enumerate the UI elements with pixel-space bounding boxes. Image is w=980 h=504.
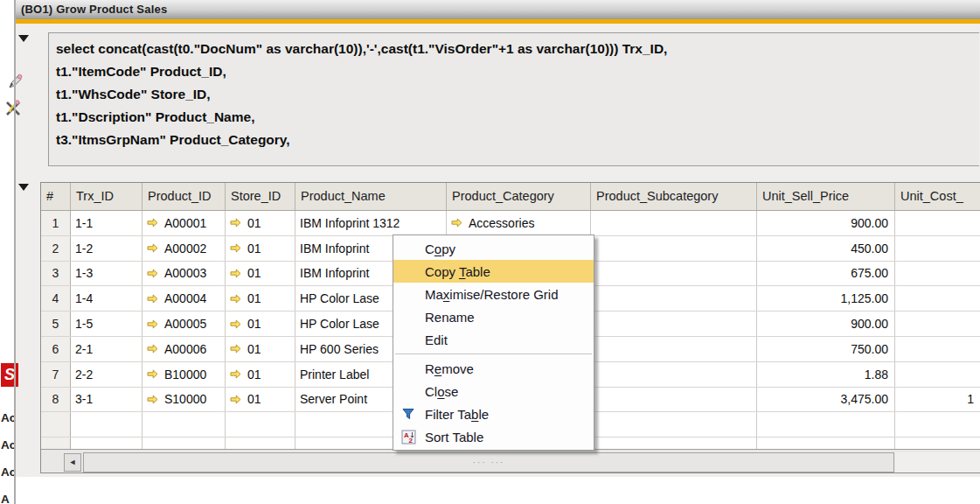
cell-unit_cost[interactable] [895, 412, 980, 437]
background-truncated-label[interactable]: A [1, 493, 14, 504]
cell-product_id[interactable]: A00002 [142, 236, 226, 261]
collapse-triangle-icon[interactable] [18, 35, 29, 42]
column-header-unit_cost[interactable]: Unit_Cost_ [895, 183, 980, 210]
link-arrow-icon[interactable] [147, 395, 158, 404]
cell-product_id[interactable]: A00006 [142, 337, 226, 361]
cell-product_id[interactable]: A00004 [142, 286, 226, 311]
cell-unit_sell_price[interactable]: 1.88 [757, 362, 895, 387]
cell-product_subcategory[interactable] [591, 362, 757, 387]
cell-unit_sell_price[interactable]: 450.00 [757, 236, 895, 261]
cell-product_id[interactable]: A00003 [142, 262, 226, 286]
cell-unit_sell_price[interactable]: 900.00 [757, 312, 895, 336]
collapse-triangle-icon[interactable] [18, 184, 29, 191]
cell-product_subcategory[interactable] [591, 388, 757, 412]
cell-unit_cost[interactable] [895, 312, 980, 336]
cell-product_subcategory[interactable] [591, 412, 757, 437]
column-header-product_id[interactable]: Product_ID [142, 183, 226, 210]
link-arrow-icon[interactable] [147, 294, 158, 304]
link-arrow-icon[interactable] [230, 218, 241, 228]
menu-item-copy[interactable]: Copy [393, 237, 594, 260]
cell-store_id[interactable]: 01 [226, 337, 295, 361]
link-arrow-icon[interactable] [147, 369, 158, 379]
cell-product_subcategory[interactable] [591, 312, 757, 336]
cell-product_subcategory[interactable] [591, 337, 757, 361]
cell-trx_id[interactable]: 1-3 [71, 262, 142, 286]
cell-unit_sell_price[interactable]: 1,125.00 [757, 286, 895, 311]
menu-item-filter-table[interactable]: Filter Table [393, 402, 594, 425]
menu-item-close[interactable]: Close [393, 380, 594, 402]
scrollbar-track[interactable] [895, 452, 980, 472]
cell-product_id[interactable] [142, 412, 226, 437]
cell-unit_sell_price[interactable]: 3,475.00 [757, 388, 895, 412]
link-arrow-icon[interactable] [147, 243, 158, 253]
cell-store_id[interactable]: 01 [226, 312, 295, 336]
cell-unit_cost[interactable] [895, 211, 980, 235]
background-truncated-label[interactable]: Ac [1, 411, 14, 424]
cell-unit_cost[interactable] [895, 286, 980, 311]
cell-product_id[interactable]: A00005 [142, 312, 226, 336]
cell-trx_id[interactable]: 3-1 [71, 388, 142, 412]
cell-unit_sell_price[interactable]: 900.00 [757, 211, 895, 235]
background-truncated-label[interactable]: Ac [1, 466, 14, 479]
link-arrow-icon[interactable] [230, 243, 241, 253]
column-header-product_category[interactable]: Product_Category [447, 183, 591, 210]
cell-store_id[interactable]: 01 [226, 388, 295, 412]
cell-trx_id[interactable] [71, 412, 142, 437]
sql-editor[interactable]: select concat(cast(t0."DocNum" as varcha… [48, 32, 979, 166]
cell-trx_id[interactable]: 1-5 [71, 312, 142, 336]
link-arrow-icon[interactable] [147, 269, 158, 278]
cell-unit_sell_price[interactable]: 675.00 [757, 262, 895, 286]
cell-store_id[interactable]: 01 [226, 286, 295, 311]
link-arrow-icon[interactable] [147, 218, 158, 228]
scroll-left-button[interactable]: ◄ [64, 453, 81, 472]
cell-product_id[interactable]: A00001 [142, 211, 226, 235]
column-header-product_subcategory[interactable]: Product_Subcategory [591, 183, 757, 210]
link-arrow-icon[interactable] [230, 294, 241, 304]
column-header-trx_id[interactable]: Trx_ID [71, 183, 142, 210]
menu-item-edit[interactable]: Edit [393, 328, 594, 351]
red-lightning-icon[interactable]: S [1, 363, 18, 387]
link-arrow-icon[interactable] [147, 344, 158, 354]
link-arrow-icon[interactable] [230, 269, 241, 278]
cell-unit_sell_price[interactable] [757, 412, 895, 437]
link-arrow-icon[interactable] [230, 344, 241, 354]
background-truncated-label[interactable]: Ac [1, 438, 14, 452]
cell-unit_cost[interactable]: 1 [895, 388, 980, 412]
cell-product_subcategory[interactable] [591, 211, 757, 235]
menu-item-sort-table[interactable]: A 2 Sort Table [393, 425, 594, 448]
cell-store_id[interactable]: 01 [226, 236, 295, 261]
cell-product_id[interactable]: B10000 [142, 362, 226, 387]
column-header-unit_sell_price[interactable]: Unit_Sell_Price [757, 183, 895, 210]
cell-trx_id[interactable]: 2-2 [71, 362, 142, 387]
cell-unit_cost[interactable] [895, 236, 980, 261]
link-arrow-icon[interactable] [230, 319, 241, 329]
menu-item-remove[interactable]: Remove [393, 357, 594, 380]
cell-product_subcategory[interactable] [591, 262, 757, 286]
cell-store_id[interactable]: 01 [226, 262, 295, 286]
cell-unit_cost[interactable] [895, 337, 980, 361]
column-header-num[interactable]: # [41, 183, 71, 210]
cell-store_id[interactable] [226, 412, 295, 437]
cell-product_category[interactable]: Accessories [447, 211, 591, 235]
cell-trx_id[interactable]: 1-2 [71, 236, 142, 261]
column-header-product_name[interactable]: Product_Name [295, 183, 447, 210]
cell-trx_id[interactable]: 1-1 [71, 211, 142, 235]
horizontal-scrollbar[interactable]: ◄ ··· ··· [41, 449, 980, 473]
cell-unit_cost[interactable] [895, 362, 980, 387]
menu-item-copy-table[interactable]: Copy Table [393, 260, 594, 283]
cell-product_name[interactable]: IBM Infoprint 1312 [295, 211, 447, 235]
cell-trx_id[interactable]: 2-1 [71, 337, 142, 361]
cell-product_subcategory[interactable] [591, 286, 757, 311]
cell-store_id[interactable]: 01 [226, 362, 295, 387]
link-arrow-icon[interactable] [230, 395, 241, 404]
column-header-store_id[interactable]: Store_ID [226, 183, 295, 210]
cell-product_id[interactable]: S10000 [142, 388, 226, 412]
cell-unit_sell_price[interactable]: 750.00 [757, 337, 895, 361]
cell-product_subcategory[interactable] [591, 236, 757, 261]
link-arrow-icon[interactable] [147, 319, 158, 329]
cell-unit_cost[interactable] [895, 262, 980, 286]
scrollbar-thumb[interactable]: ··· ··· [83, 452, 894, 472]
link-arrow-icon[interactable] [230, 369, 241, 379]
cell-trx_id[interactable]: 1-4 [71, 286, 142, 311]
cell-store_id[interactable]: 01 [226, 211, 295, 235]
